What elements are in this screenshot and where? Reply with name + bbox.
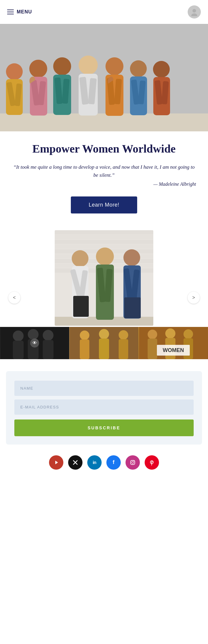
pinterest-icon[interactable]: P: [145, 455, 159, 470]
linkedin-label: in: [93, 460, 96, 465]
svg-rect-73: [148, 339, 157, 359]
svg-point-0: [192, 9, 196, 13]
instagram-icon[interactable]: [126, 455, 140, 470]
svg-rect-70: [119, 339, 128, 359]
svg-text:WOMEN: WOMEN: [163, 347, 184, 353]
svg-point-74: [165, 328, 175, 339]
svg-rect-34: [55, 235, 153, 239]
user-avatar-icon[interactable]: [188, 5, 201, 19]
svg-rect-47: [73, 296, 89, 317]
thumbnail-2[interactable]: [69, 327, 139, 359]
svg-point-28: [153, 61, 170, 78]
svg-rect-33: [55, 230, 153, 234]
svg-point-8: [29, 60, 47, 78]
youtube-icon[interactable]: [49, 455, 63, 470]
carousel-next-button[interactable]: >: [188, 292, 200, 304]
twitter-x-icon[interactable]: [68, 455, 82, 470]
nav-left: MENU: [7, 9, 32, 15]
navigation: MENU: [0, 0, 208, 24]
svg-marker-80: [55, 461, 58, 464]
svg-point-84: [132, 461, 134, 463]
svg-point-1: [191, 13, 197, 16]
facebook-icon[interactable]: f: [106, 455, 121, 470]
carousel-section: < > 👁: [0, 230, 208, 365]
svg-point-65: [80, 331, 89, 340]
svg-point-24: [130, 60, 147, 77]
svg-rect-66: [80, 339, 89, 359]
social-section: in f P: [0, 445, 208, 482]
svg-rect-56: [124, 297, 141, 318]
quote-text: “It took me quite a long time to develop…: [12, 163, 196, 179]
svg-point-67: [99, 329, 109, 339]
svg-point-72: [148, 330, 157, 339]
svg-point-20: [105, 57, 123, 75]
svg-point-52: [123, 249, 140, 266]
facebook-label: f: [113, 459, 114, 465]
svg-point-48: [96, 248, 114, 265]
thumb-1-overlay: 👁: [0, 327, 69, 359]
carousel-prev-button[interactable]: <: [8, 292, 20, 304]
hamburger-icon[interactable]: [7, 10, 14, 14]
subscribe-section: SUBSCRIBE: [6, 371, 202, 445]
learn-more-button[interactable]: Learn More!: [71, 196, 137, 213]
hero-image: [0, 24, 208, 131]
email-input[interactable]: [14, 399, 194, 415]
main-title: Empower Women Worldwide: [12, 142, 196, 156]
subscribe-button[interactable]: SUBSCRIBE: [14, 419, 194, 436]
svg-point-12: [53, 57, 71, 75]
svg-point-76: [183, 329, 193, 339]
name-input[interactable]: [14, 381, 194, 396]
linkedin-icon[interactable]: in: [87, 455, 102, 470]
thumbnail-1[interactable]: 👁: [0, 327, 69, 359]
svg-point-43: [72, 250, 88, 267]
svg-rect-35: [55, 240, 153, 244]
content-section: Empower Women Worldwide “It took me quit…: [0, 131, 208, 230]
menu-label[interactable]: MENU: [17, 9, 32, 15]
carousel-main-image: [55, 230, 153, 326]
svg-point-85: [134, 461, 134, 461]
svg-point-4: [6, 63, 23, 80]
svg-rect-3: [0, 113, 208, 131]
svg-text:P: P: [151, 460, 153, 464]
thumbnail-3[interactable]: WOMEN: [139, 327, 208, 359]
svg-point-16: [79, 56, 98, 75]
thumbnail-strip: 👁: [0, 327, 208, 359]
eye-icon: 👁: [30, 339, 39, 348]
svg-point-69: [119, 330, 128, 340]
quote-author: — Madeleine Albright: [12, 182, 196, 187]
svg-rect-68: [99, 339, 109, 359]
